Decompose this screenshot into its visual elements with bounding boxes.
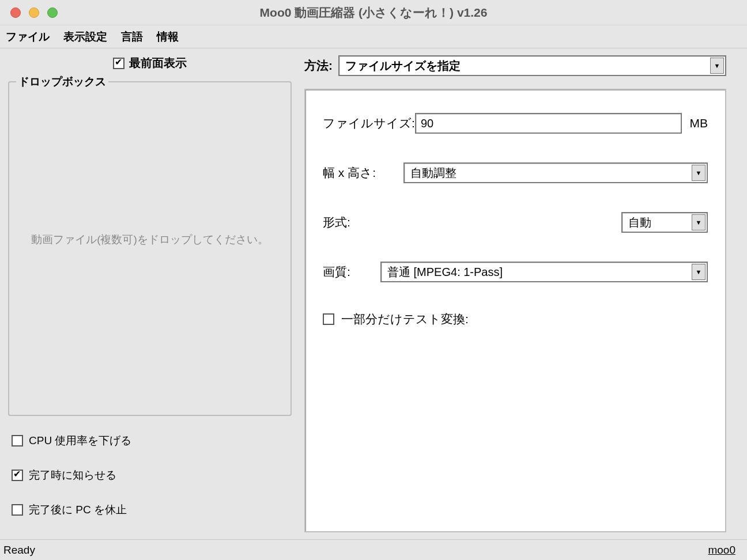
quality-label: 画質: xyxy=(323,264,380,280)
cpu-lower-label: CPU 使用率を下げる xyxy=(29,433,131,448)
dimensions-select[interactable]: 自動調整 ▼ xyxy=(403,162,708,183)
dimensions-value: 自動調整 xyxy=(410,165,456,181)
menu-file[interactable]: ファイル xyxy=(6,29,50,44)
topmost-checkbox[interactable] xyxy=(113,58,124,69)
right-panel: 方法: ファイルサイズを指定 ▼ ファイルサイズ: MB 幅 x 高さ: 自動調… xyxy=(300,48,747,539)
quality-row: 画質: 普通 [MPEG4: 1-Pass] ▼ xyxy=(323,262,708,282)
menu-language[interactable]: 言語 xyxy=(121,29,143,44)
method-value: ファイルサイズを指定 xyxy=(345,58,461,74)
dimensions-label: 幅 x 高さ: xyxy=(323,165,403,181)
format-select[interactable]: 自動 ▼ xyxy=(621,212,708,233)
chevron-down-icon: ▼ xyxy=(710,58,724,74)
filesize-row: ファイルサイズ: MB xyxy=(323,113,708,134)
cpu-lower-row: CPU 使用率を下げる xyxy=(12,433,292,448)
dropbox-fieldset[interactable]: ドロップボックス 動画ファイル(複数可)をドロップしてください。 xyxy=(8,81,292,416)
test-convert-row: 一部分だけテスト変換: xyxy=(323,311,708,327)
sleep-after-checkbox[interactable] xyxy=(12,504,23,516)
sleep-after-label: 完了後に PC を休止 xyxy=(29,502,127,517)
filesize-unit: MB xyxy=(690,116,708,130)
menu-display[interactable]: 表示設定 xyxy=(63,29,107,44)
cpu-lower-checkbox[interactable] xyxy=(12,435,23,447)
chevron-down-icon: ▼ xyxy=(692,264,705,280)
format-label: 形式: xyxy=(323,214,403,230)
moo0-link[interactable]: moo0 xyxy=(708,544,735,557)
method-row: 方法: ファイルサイズを指定 ▼ xyxy=(304,55,726,76)
method-select[interactable]: ファイルサイズを指定 ▼ xyxy=(338,55,726,76)
chevron-down-icon: ▼ xyxy=(692,165,705,181)
content-area: 最前面表示 ドロップボックス 動画ファイル(複数可)をドロップしてください。 C… xyxy=(0,48,747,539)
notify-done-row: 完了時に知らせる xyxy=(12,468,292,483)
topmost-row: 最前面表示 xyxy=(8,55,292,71)
filesize-input[interactable] xyxy=(415,113,682,134)
format-value: 自動 xyxy=(628,215,651,230)
topmost-label: 最前面表示 xyxy=(129,55,187,71)
settings-panel: ファイルサイズ: MB 幅 x 高さ: 自動調整 ▼ 形式: 自動 ▼ 画質 xyxy=(304,89,726,532)
left-panel: 最前面表示 ドロップボックス 動画ファイル(複数可)をドロップしてください。 C… xyxy=(0,48,300,539)
method-label: 方法: xyxy=(304,58,333,74)
window-title: Moo0 動画圧縮器 (小さくなーれ！) v1.26 xyxy=(0,5,747,21)
chevron-down-icon: ▼ xyxy=(692,214,705,230)
menubar: ファイル 表示設定 言語 情報 xyxy=(0,25,747,48)
sleep-after-row: 完了後に PC を休止 xyxy=(12,502,292,517)
quality-select[interactable]: 普通 [MPEG4: 1-Pass] ▼ xyxy=(380,262,708,282)
notify-done-label: 完了時に知らせる xyxy=(29,468,116,483)
quality-value: 普通 [MPEG4: 1-Pass] xyxy=(387,264,503,280)
options-block: CPU 使用率を下げる 完了時に知らせる 完了後に PC を休止 xyxy=(8,433,292,537)
statusbar: Ready moo0 xyxy=(0,539,747,560)
menu-info[interactable]: 情報 xyxy=(157,29,179,44)
dimensions-row: 幅 x 高さ: 自動調整 ▼ xyxy=(323,162,708,183)
filesize-label: ファイルサイズ: xyxy=(323,115,415,131)
test-convert-checkbox[interactable] xyxy=(323,313,334,325)
dropbox-placeholder: 動画ファイル(複数可)をドロップしてください。 xyxy=(9,232,290,247)
format-row: 形式: 自動 ▼ xyxy=(323,212,708,233)
status-text: Ready xyxy=(3,544,35,557)
dropbox-legend: ドロップボックス xyxy=(16,74,108,89)
notify-done-checkbox[interactable] xyxy=(12,470,23,481)
test-convert-label: 一部分だけテスト変換: xyxy=(341,311,469,327)
titlebar: Moo0 動画圧縮器 (小さくなーれ！) v1.26 xyxy=(0,0,747,25)
